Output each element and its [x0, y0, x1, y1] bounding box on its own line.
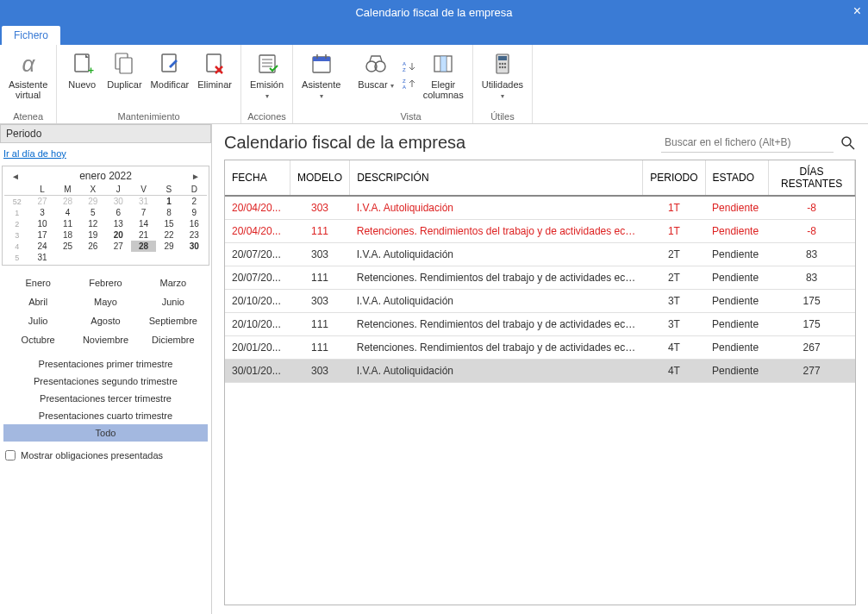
period-month[interactable]: Febrero: [72, 274, 138, 291]
cal-day[interactable]: 28: [55, 196, 80, 208]
cal-day[interactable]: 29: [80, 196, 105, 208]
cal-day[interactable]: 23: [182, 229, 207, 241]
period-month[interactable]: Marzo: [141, 274, 206, 291]
elegir-columnas-button[interactable]: Elegircolumnas: [420, 48, 467, 102]
today-link[interactable]: Ir al día de hoy: [0, 143, 211, 164]
col-periodo[interactable]: PERIODO: [643, 160, 705, 196]
cal-day[interactable]: 30: [106, 196, 131, 208]
cal-day[interactable]: 26: [80, 241, 105, 252]
cal-day[interactable]: 31: [29, 252, 54, 263]
search-icon[interactable]: [840, 135, 856, 151]
cal-day[interactable]: 13: [106, 218, 131, 229]
table-row[interactable]: 20/10/20...303I.V.A. Autoliquidación3TPe…: [225, 290, 855, 313]
cal-day[interactable]: 14: [131, 218, 156, 229]
asistente-virtual-button[interactable]: α Asistentevirtual: [5, 48, 51, 102]
period-month[interactable]: Julio: [5, 312, 71, 329]
cal-day[interactable]: [131, 252, 156, 263]
cal-day[interactable]: 3: [29, 207, 54, 218]
duplicar-button[interactable]: Duplicar: [103, 48, 145, 91]
tab-fichero[interactable]: Fichero: [2, 26, 60, 45]
svg-text:A: A: [403, 61, 406, 66]
cal-next-button[interactable]: ►: [186, 172, 205, 181]
eliminar-button[interactable]: Eliminar: [194, 48, 235, 91]
cal-day[interactable]: 27: [106, 241, 131, 252]
period-month[interactable]: Noviembre: [72, 331, 138, 348]
period-month[interactable]: Abril: [5, 293, 71, 310]
cal-day[interactable]: [55, 252, 80, 263]
presentation-filter[interactable]: Presentaciones cuarto trimestre: [3, 407, 208, 424]
table-row[interactable]: 20/04/20...111Retenciones. Rendimientos …: [225, 220, 855, 243]
cal-day[interactable]: 1: [156, 196, 181, 208]
cal-day[interactable]: 5: [80, 207, 105, 218]
cal-day[interactable]: [182, 252, 207, 263]
show-presented-label: Mostrar obligaciones presentadas: [21, 450, 163, 460]
table-row[interactable]: 20/07/20...111Retenciones. Rendimientos …: [225, 266, 855, 290]
period-month[interactable]: Enero: [5, 274, 71, 291]
cal-day[interactable]: 27: [29, 196, 54, 208]
buscar-button[interactable]: Buscar ▾: [354, 48, 397, 102]
show-presented-checkbox[interactable]: [5, 450, 16, 460]
ribbon-group-asistente: Asistente▾: [293, 45, 349, 123]
col-dias[interactable]: DÍAS RESTANTES: [769, 160, 855, 196]
cal-day[interactable]: 25: [55, 241, 80, 252]
sidebar: Periodo Ir al día de hoy ◄ enero 2022 ► …: [0, 124, 212, 614]
cal-day[interactable]: 19: [80, 229, 105, 241]
presentation-filter[interactable]: Presentaciones tercer trimestre: [3, 390, 208, 407]
table-row[interactable]: 20/10/20...111Retenciones. Rendimientos …: [225, 313, 855, 336]
cal-day[interactable]: 16: [182, 218, 207, 229]
cal-day[interactable]: 28: [131, 241, 156, 252]
table-row[interactable]: 30/01/20...303I.V.A. Autoliquidación4TPe…: [225, 360, 855, 383]
sort-asc-button[interactable]: AZ: [399, 59, 418, 74]
cal-day[interactable]: 4: [55, 207, 80, 218]
presentation-filter[interactable]: Presentaciones primer trimestre: [3, 355, 208, 373]
cal-day[interactable]: 7: [131, 207, 156, 218]
cal-day[interactable]: [156, 252, 181, 263]
period-month[interactable]: Junio: [141, 293, 206, 310]
cal-day[interactable]: 20: [106, 229, 131, 241]
table-row[interactable]: 20/04/20...303I.V.A. Autoliquidación1TPe…: [225, 196, 855, 220]
cal-day[interactable]: 12: [80, 218, 105, 229]
period-month[interactable]: Agosto: [72, 312, 138, 329]
cal-day[interactable]: 21: [131, 229, 156, 241]
period-month[interactable]: Octubre: [5, 331, 71, 348]
cal-day[interactable]: 6: [106, 207, 131, 218]
col-fecha[interactable]: FECHA: [225, 160, 290, 196]
col-estado[interactable]: ESTADO: [705, 160, 769, 196]
cal-day[interactable]: [80, 252, 105, 263]
close-icon[interactable]: ×: [853, 3, 861, 19]
cal-day[interactable]: [106, 252, 131, 263]
svg-rect-12: [313, 57, 330, 61]
cal-day[interactable]: 2: [182, 196, 207, 208]
ribbon: α Asistentevirtual Atenea + Nuevo Duplic…: [0, 45, 868, 124]
cal-day[interactable]: 31: [131, 196, 156, 208]
cal-day[interactable]: 30: [182, 241, 207, 252]
period-month[interactable]: Diciembre: [141, 331, 206, 348]
cal-day[interactable]: 17: [29, 229, 54, 241]
cal-prev-button[interactable]: ◄: [6, 172, 25, 181]
presentation-filter[interactable]: Presentaciones segundo trimestre: [3, 373, 208, 390]
col-modelo[interactable]: MODELO: [290, 160, 349, 196]
cal-day[interactable]: 22: [156, 229, 181, 241]
search-input[interactable]: [661, 133, 834, 153]
cal-day[interactable]: 24: [29, 241, 54, 252]
cal-day[interactable]: 11: [55, 218, 80, 229]
cal-day[interactable]: 9: [182, 207, 207, 218]
utilidades-button[interactable]: Utilidades▾: [478, 48, 527, 103]
emision-button[interactable]: Emisión▾: [247, 48, 287, 103]
svg-text:A: A: [403, 85, 406, 90]
cal-day[interactable]: 29: [156, 241, 181, 252]
table-row[interactable]: 20/01/20...111Retenciones. Rendimientos …: [225, 336, 855, 360]
cal-day[interactable]: 8: [156, 207, 181, 218]
period-month[interactable]: Mayo: [72, 293, 138, 310]
cal-day[interactable]: 18: [55, 229, 80, 241]
presentation-todo[interactable]: Todo: [3, 424, 208, 442]
table-row[interactable]: 20/07/20...303I.V.A. Autoliquidación2TPe…: [225, 243, 855, 266]
sort-desc-button[interactable]: ZA: [399, 76, 418, 91]
asistente-button[interactable]: Asistente▾: [298, 48, 344, 103]
period-month[interactable]: Septiembre: [141, 312, 206, 329]
cal-day[interactable]: 10: [29, 218, 54, 229]
modificar-button[interactable]: Modificar: [147, 48, 193, 91]
nuevo-button[interactable]: + Nuevo: [62, 48, 102, 91]
col-desc[interactable]: DESCRIPCIÓN: [350, 160, 643, 196]
cal-day[interactable]: 15: [156, 218, 181, 229]
